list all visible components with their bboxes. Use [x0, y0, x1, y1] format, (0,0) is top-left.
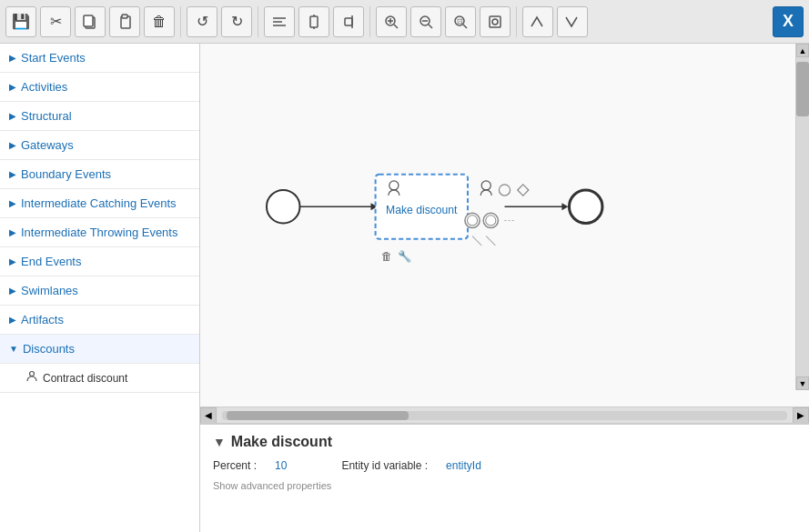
sidebar-item-start-events[interactable]: ▶ Start Events [0, 44, 199, 73]
sidebar-item-artifacts[interactable]: ▶ Artifacts [0, 306, 199, 335]
save-button[interactable]: 💾 [5, 6, 36, 37]
separator-4 [516, 6, 517, 37]
svg-text:🔧: 🔧 [398, 249, 412, 264]
expand-icon: ▶ [9, 198, 16, 208]
svg-line-17 [429, 25, 432, 28]
sidebar-label-artifacts: Artifacts [21, 313, 64, 326]
sidebar-label-structural: Structural [21, 109, 72, 123]
properties-task-name: Make discount [231, 434, 332, 450]
contract-discount-label: Contract discount [43, 372, 127, 385]
svg-line-39 [472, 236, 481, 246]
main-layout: ▶ Start Events ▶ Activities ▶ Structural… [0, 44, 809, 532]
properties-panel: ▼ Make discount Percent : 10 Entity id v… [200, 423, 809, 532]
start-event[interactable] [267, 190, 299, 223]
expand-icon: ▶ [9, 227, 16, 237]
align-right-button[interactable] [333, 6, 364, 37]
zoom-out-button[interactable] [410, 6, 441, 37]
sidebar-label-end-events: End Events [21, 255, 82, 268]
sidebar-item-intermediate-catching[interactable]: ▶ Intermediate Catching Events [0, 189, 199, 218]
zoom-fit-button[interactable]: ⊡ [445, 6, 476, 37]
copy-button[interactable] [75, 6, 106, 37]
sidebar-item-structural[interactable]: ▶ Structural [0, 102, 199, 131]
separator-2 [258, 6, 258, 37]
svg-line-13 [394, 25, 398, 28]
vertical-scrollbar[interactable]: ▲ ▼ [795, 44, 809, 390]
sidebar-label-swimlanes: Swimlanes [21, 284, 78, 297]
sidebar-label-intermediate-catching: Intermediate Catching Events [21, 196, 177, 210]
sidebar-label-intermediate-throwing: Intermediate Throwing Events [21, 226, 177, 239]
hscroll-track [222, 411, 787, 420]
zoom-in-button[interactable] [376, 6, 407, 37]
sidebar-label-discounts: Discounts [23, 342, 75, 356]
route2-button[interactable] [557, 6, 588, 37]
scroll-left-button[interactable]: ◀ [200, 407, 217, 424]
hscroll-thumb[interactable] [227, 411, 409, 420]
cut-button[interactable]: ✂ [40, 6, 71, 37]
svg-rect-22 [490, 16, 501, 27]
svg-point-23 [492, 19, 498, 25]
scroll-right-button[interactable]: ▶ [793, 407, 809, 424]
expand-icon: ▶ [9, 315, 16, 325]
sidebar-item-gateways[interactable]: ▶ Gateways [0, 131, 199, 160]
separator-1 [180, 6, 181, 37]
svg-marker-31 [518, 185, 529, 196]
expand-icon: ▶ [9, 82, 16, 92]
scroll-down-button[interactable]: ▼ [796, 376, 809, 390]
separator-3 [369, 6, 370, 37]
show-advanced-row: Show advanced properties [213, 479, 796, 492]
right-panel: Make discount [200, 44, 809, 532]
svg-point-30 [499, 185, 510, 196]
collapse-icon[interactable]: ▼ [213, 435, 226, 449]
svg-text:🗑: 🗑 [381, 250, 392, 263]
svg-text:Make discount: Make discount [386, 204, 458, 216]
zoom-full-button[interactable] [480, 6, 511, 37]
svg-line-40 [486, 236, 495, 246]
sidebar-item-contract-discount[interactable]: Contract discount [0, 364, 199, 393]
sidebar-item-discounts[interactable]: ▼ Discounts [0, 335, 199, 364]
sidebar-item-swimlanes[interactable]: ▶ Swimlanes [0, 276, 199, 306]
delete-button[interactable]: 🗑 [144, 6, 175, 37]
paste-button[interactable] [109, 6, 140, 37]
undo-button[interactable]: ↺ [187, 6, 217, 37]
svg-rect-7 [310, 16, 318, 27]
redo-button[interactable]: ↻ [221, 6, 252, 37]
entity-id-value[interactable]: entityId [446, 459, 481, 472]
person-icon [25, 370, 38, 386]
svg-marker-38 [561, 203, 568, 210]
sidebar-label-gateways: Gateways [21, 138, 74, 152]
close-button[interactable]: X [773, 6, 804, 37]
properties-title: ▼ Make discount [213, 434, 796, 450]
route1-button[interactable] [522, 6, 553, 37]
show-advanced-link[interactable]: Show advanced properties [213, 480, 331, 491]
scroll-thumb[interactable] [796, 62, 809, 116]
percent-value[interactable]: 10 [275, 459, 287, 472]
sidebar-label-start-events: Start Events [21, 51, 86, 65]
properties-row-percent: Percent : 10 Entity id variable : entity… [213, 459, 796, 472]
svg-point-35 [486, 216, 496, 226]
svg-rect-10 [345, 18, 352, 25]
sidebar: ▶ Start Events ▶ Activities ▶ Structural… [0, 44, 200, 532]
sidebar-item-intermediate-throwing[interactable]: ▶ Intermediate Throwing Events [0, 218, 199, 247]
bpmn-diagram: Make discount [200, 44, 809, 407]
sidebar-item-end-events[interactable]: ▶ End Events [0, 247, 199, 276]
sidebar-item-activities[interactable]: ▶ Activities [0, 73, 199, 102]
expand-icon: ▶ [9, 256, 16, 266]
sidebar-label-activities: Activities [21, 80, 67, 94]
expand-icon: ▶ [9, 53, 16, 63]
entity-id-label: Entity id variable : [341, 459, 428, 472]
expand-icon: ▶ [9, 169, 16, 179]
scroll-track [796, 57, 809, 376]
scroll-up-button[interactable]: ▲ [796, 44, 809, 57]
horizontal-scrollbar[interactable]: ◀ ▶ [200, 407, 809, 423]
sidebar-label-boundary-events: Boundary Events [21, 167, 111, 181]
sidebar-item-boundary-events[interactable]: ▶ Boundary Events [0, 160, 199, 189]
align-center-button[interactable] [298, 6, 329, 37]
align-left-button[interactable] [264, 6, 295, 37]
bpmn-canvas[interactable]: Make discount [200, 44, 809, 407]
end-event[interactable] [569, 190, 602, 223]
expand-icon: ▶ [9, 111, 16, 121]
svg-rect-3 [122, 15, 127, 18]
svg-line-20 [463, 25, 467, 28]
svg-point-29 [481, 181, 490, 190]
svg-text:⊡: ⊡ [457, 17, 463, 25]
